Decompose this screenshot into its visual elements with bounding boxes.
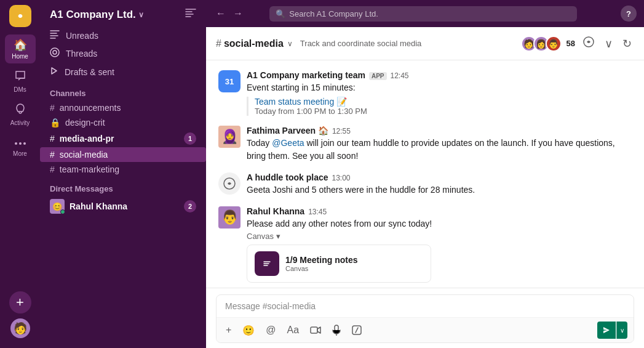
nav-more-label: More xyxy=(13,150,27,157)
message-toolbar: + 🙂 @ Aa ∨ xyxy=(217,317,634,342)
message-input[interactable] xyxy=(225,301,625,311)
format-button[interactable]: Aa xyxy=(284,323,303,338)
channel-item-announcements[interactable]: # announcements xyxy=(40,100,206,115)
svg-point-1 xyxy=(18,14,22,18)
huddle-icon xyxy=(218,172,241,195)
top-bar: ← → 🔍 ? xyxy=(206,0,644,27)
svg-rect-11 xyxy=(335,325,338,331)
add-workspace-button[interactable]: + xyxy=(9,291,31,314)
nav-bottom: + 🧑 xyxy=(9,291,31,343)
event-time: Today from 1:00 PM to 1:30 PM xyxy=(255,107,632,116)
mic-button[interactable] xyxy=(329,323,344,338)
message-2: 🧕 Fathima Parveen 🏠 12:55 Today @Geeta w… xyxy=(218,126,632,163)
channel-item-social-media[interactable]: # social-media xyxy=(40,147,206,162)
message-2-body: Fathima Parveen 🏠 12:55 Today @Geeta wil… xyxy=(247,126,632,163)
sidebar-compose-icon[interactable] xyxy=(185,9,196,21)
nav-dms-label: DMs xyxy=(14,86,26,93)
dm-section-label: Direct Messages xyxy=(40,177,206,196)
canvas-attachment[interactable]: 1/9 Meeting notes Canvas xyxy=(247,245,431,283)
threads-icon xyxy=(50,47,60,60)
channels-section-label: Channels xyxy=(40,81,206,100)
emoji-button[interactable]: 🙂 xyxy=(239,323,258,338)
message-2-time: 12:55 xyxy=(332,127,351,136)
message-1-author: A1 Company marketing team xyxy=(247,70,365,80)
mention-geeta[interactable]: @Geeta xyxy=(272,138,304,148)
message-1-text: Event starting in 15 minutes: xyxy=(247,81,632,94)
send-button-group[interactable]: ∨ xyxy=(597,322,627,339)
far-left-nav: 🏠 Home DMs Activity More + 🧑 xyxy=(0,0,40,348)
channel-header-right: 🧑 👩 👨 58 ∨ ↻ xyxy=(521,33,634,54)
search-icon: 🔍 xyxy=(276,9,285,18)
huddle-button[interactable] xyxy=(580,33,597,54)
canvas-subtitle: Canvas xyxy=(285,265,357,272)
nav-arrows: ← → xyxy=(213,6,245,22)
sidebar-header: A1 Company Ltd. ∨ xyxy=(40,0,206,27)
slash-button[interactable] xyxy=(349,323,365,337)
back-button[interactable]: ← xyxy=(213,6,228,22)
activity-icon xyxy=(14,103,26,118)
search-bar[interactable]: 🔍 xyxy=(269,6,577,22)
dm-badge-rahul: 2 xyxy=(184,200,196,212)
send-button[interactable] xyxy=(597,322,616,339)
nav-home-label: Home xyxy=(12,53,28,60)
svg-point-3 xyxy=(19,142,22,145)
sidebar-item-threads[interactable]: Threads xyxy=(40,44,206,63)
nav-item-activity[interactable]: Activity xyxy=(5,99,36,130)
message-4-header: Rahul Khanna 13:45 xyxy=(247,206,632,216)
huddle-time: 13:00 xyxy=(332,174,351,182)
forward-button[interactable]: → xyxy=(231,6,245,22)
workspace-name[interactable]: A1 Company Ltd. ∨ xyxy=(50,9,144,21)
chevron-down-icon[interactable]: ∨ xyxy=(602,34,615,53)
sidebar: A1 Company Ltd. ∨ Unreads Threads Drafts… xyxy=(40,0,206,348)
user-avatar[interactable]: 🧑 xyxy=(10,318,30,338)
hash-icon-4: # xyxy=(50,164,55,174)
channel-hash: # xyxy=(216,38,221,49)
mention-button[interactable]: @ xyxy=(263,323,279,338)
message-1-body: A1 Company marketing team APP 12:45 Even… xyxy=(247,70,632,116)
message-input-box: + 🙂 @ Aa ∨ xyxy=(216,294,634,343)
nav-activity-label: Activity xyxy=(10,119,30,126)
event-title[interactable]: Team status meeting 📝 xyxy=(255,97,632,107)
channel-item-team-marketing[interactable]: # team-marketing xyxy=(40,162,206,177)
huddle-title: A huddle took place xyxy=(247,172,328,182)
main-content: ← → 🔍 ? # social-media ∨ Track and coord… xyxy=(206,0,644,348)
message-4-text: Please add any other notes from our sync… xyxy=(247,217,632,230)
send-chevron-icon[interactable]: ∨ xyxy=(616,322,627,339)
message-1-header: A1 Company marketing team APP 12:45 xyxy=(247,70,632,80)
canvas-info: 1/9 Meeting notes Canvas xyxy=(285,255,357,272)
huddle-text: Geeta Joshi and 5 others were in the hud… xyxy=(247,184,632,196)
channel-header: # social-media ∨ Track and coordinate so… xyxy=(206,27,644,60)
message-4-body: Rahul Khanna 13:45 Please add any other … xyxy=(247,206,632,283)
sidebar-item-unreads[interactable]: Unreads xyxy=(40,27,206,44)
hash-icon-2: # xyxy=(50,134,55,144)
canvas-toggle[interactable]: Canvas ▾ xyxy=(247,232,632,241)
video-button[interactable] xyxy=(307,324,324,336)
help-button[interactable]: ? xyxy=(621,6,637,22)
channel-item-media-and-pr[interactable]: # media-and-pr 1 xyxy=(40,130,206,147)
more-icon xyxy=(14,136,26,149)
nav-item-home[interactable]: 🏠 Home xyxy=(5,34,36,63)
message-4: 👨 Rahul Khanna 13:45 Please add any othe… xyxy=(218,206,632,283)
member-avatars[interactable]: 🧑 👩 👨 xyxy=(521,36,562,52)
channel-title[interactable]: # social-media ∨ xyxy=(216,38,293,49)
add-button[interactable]: + xyxy=(223,323,234,338)
app-logo xyxy=(9,5,31,27)
channel-description: Track and coordinate social media xyxy=(300,39,422,48)
messages-area: 31 A1 Company marketing team APP 12:45 E… xyxy=(206,60,644,288)
huddle-header: A huddle took place 13:00 xyxy=(247,172,632,182)
svg-point-4 xyxy=(23,142,26,145)
nav-item-dms[interactable]: DMs xyxy=(5,66,36,97)
nav-item-more[interactable]: More xyxy=(5,132,36,161)
home-icon: 🏠 xyxy=(14,38,27,52)
dm-item-rahul[interactable]: 😊 Rahul Khanna 2 xyxy=(40,196,206,217)
message-3-huddle: A huddle took place 13:00 Geeta Joshi an… xyxy=(218,172,632,196)
dm-avatar-rahul: 😊 xyxy=(50,199,65,214)
svg-point-5 xyxy=(50,48,59,57)
refresh-button[interactable]: ↻ xyxy=(620,34,634,53)
sidebar-item-drafts[interactable]: Drafts & sent xyxy=(40,63,206,81)
message-1-time: 12:45 xyxy=(391,71,409,80)
fathima-avatar: 🧕 xyxy=(218,126,241,148)
search-input[interactable] xyxy=(289,9,571,18)
channel-item-design-crit[interactable]: 🔒 design-crit xyxy=(40,115,206,130)
member-count[interactable]: 58 xyxy=(566,39,575,48)
